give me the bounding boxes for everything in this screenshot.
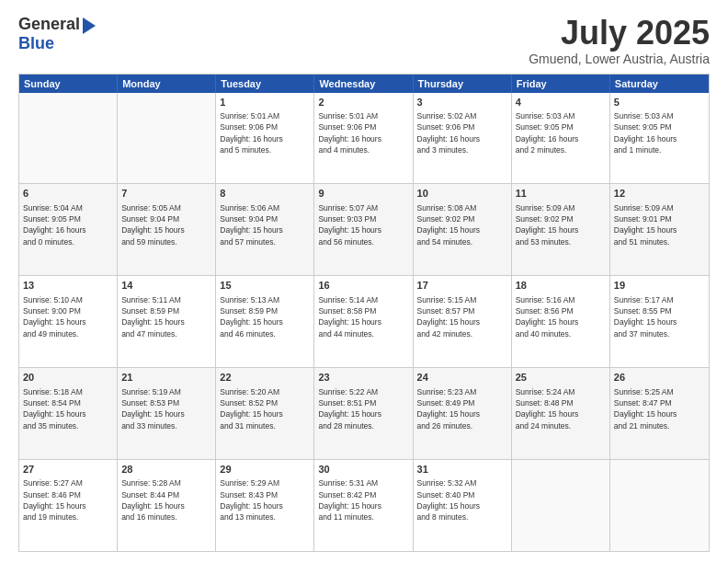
day-info: Sunrise: 5:02 AMSunset: 9:06 PMDaylight:… [417, 110, 507, 155]
day-number: 7 [121, 187, 211, 201]
calendar-row-0: 1Sunrise: 5:01 AMSunset: 9:06 PMDaylight… [19, 93, 709, 184]
day-number: 28 [121, 463, 211, 477]
day-info: Sunrise: 5:16 AMSunset: 8:56 PMDaylight:… [516, 294, 606, 339]
day-number: 25 [516, 371, 606, 385]
day-info: Sunrise: 5:29 AMSunset: 8:43 PMDaylight:… [220, 477, 310, 523]
day-number: 24 [417, 371, 507, 385]
day-number: 17 [417, 279, 507, 293]
day-info: Sunrise: 5:08 AMSunset: 9:02 PMDaylight:… [417, 202, 507, 247]
calendar-body: 1Sunrise: 5:01 AMSunset: 9:06 PMDaylight… [19, 93, 709, 551]
day-number: 21 [121, 371, 211, 385]
day-number: 31 [417, 463, 507, 477]
day-info: Sunrise: 5:09 AMSunset: 9:02 PMDaylight:… [516, 202, 606, 247]
calendar-cell-4-2: 29Sunrise: 5:29 AMSunset: 8:43 PMDayligh… [216, 460, 314, 551]
logo-line1: General [18, 15, 96, 34]
day-info: Sunrise: 5:10 AMSunset: 9:00 PMDaylight:… [23, 294, 113, 339]
header-day-wednesday: Wednesday [314, 75, 413, 93]
day-info: Sunrise: 5:17 AMSunset: 8:55 PMDaylight:… [614, 294, 705, 339]
calendar-cell-0-6: 5Sunrise: 5:03 AMSunset: 9:05 PMDaylight… [610, 93, 709, 184]
calendar-cell-4-1: 28Sunrise: 5:28 AMSunset: 8:44 PMDayligh… [118, 460, 216, 551]
calendar-cell-0-5: 4Sunrise: 5:03 AMSunset: 9:05 PMDaylight… [512, 93, 610, 184]
day-number: 5 [614, 96, 705, 109]
day-number: 18 [516, 279, 606, 293]
calendar-cell-1-6: 12Sunrise: 5:09 AMSunset: 9:01 PMDayligh… [610, 184, 709, 275]
title-block: July 2025 Gmuend, Lower Austria, Austria [529, 15, 710, 66]
calendar-cell-3-4: 24Sunrise: 5:23 AMSunset: 8:49 PMDayligh… [414, 368, 512, 459]
calendar-cell-2-4: 17Sunrise: 5:15 AMSunset: 8:57 PMDayligh… [414, 276, 512, 367]
calendar-cell-1-3: 9Sunrise: 5:07 AMSunset: 9:03 PMDaylight… [314, 184, 413, 275]
day-number: 6 [23, 187, 113, 201]
day-number: 1 [220, 96, 310, 109]
calendar-cell-3-5: 25Sunrise: 5:24 AMSunset: 8:48 PMDayligh… [512, 368, 610, 459]
day-info: Sunrise: 5:20 AMSunset: 8:52 PMDaylight:… [220, 386, 310, 431]
calendar-cell-4-4: 31Sunrise: 5:32 AMSunset: 8:40 PMDayligh… [414, 460, 512, 551]
day-info: Sunrise: 5:22 AMSunset: 8:51 PMDaylight:… [318, 386, 408, 431]
day-info: Sunrise: 5:15 AMSunset: 8:57 PMDaylight:… [417, 294, 507, 339]
calendar-cell-0-0 [19, 93, 118, 184]
calendar-cell-1-1: 7Sunrise: 5:05 AMSunset: 9:04 PMDaylight… [118, 184, 216, 275]
calendar-cell-0-1 [118, 93, 216, 184]
day-info: Sunrise: 5:03 AMSunset: 9:05 PMDaylight:… [516, 110, 606, 155]
day-info: Sunrise: 5:03 AMSunset: 9:05 PMDaylight:… [614, 110, 705, 155]
calendar-cell-3-1: 21Sunrise: 5:19 AMSunset: 8:53 PMDayligh… [118, 368, 216, 459]
day-number: 9 [318, 187, 408, 201]
day-info: Sunrise: 5:18 AMSunset: 8:54 PMDaylight:… [23, 386, 113, 431]
calendar-cell-1-2: 8Sunrise: 5:06 AMSunset: 9:04 PMDaylight… [216, 184, 314, 275]
day-info: Sunrise: 5:23 AMSunset: 8:49 PMDaylight:… [417, 386, 507, 431]
day-info: Sunrise: 5:11 AMSunset: 8:59 PMDaylight:… [121, 294, 211, 339]
day-number: 13 [23, 279, 113, 293]
calendar-cell-1-5: 11Sunrise: 5:09 AMSunset: 9:02 PMDayligh… [512, 184, 610, 275]
header-day-tuesday: Tuesday [216, 75, 314, 93]
day-info: Sunrise: 5:01 AMSunset: 9:06 PMDaylight:… [220, 110, 310, 155]
day-info: Sunrise: 5:07 AMSunset: 9:03 PMDaylight:… [318, 202, 408, 247]
day-number: 14 [121, 279, 211, 293]
header-day-thursday: Thursday [414, 75, 512, 93]
logo-line2: Blue [18, 34, 54, 53]
day-info: Sunrise: 5:31 AMSunset: 8:42 PMDaylight:… [318, 477, 408, 523]
calendar-cell-3-2: 22Sunrise: 5:20 AMSunset: 8:52 PMDayligh… [216, 368, 314, 459]
header-day-friday: Friday [512, 75, 610, 93]
day-number: 30 [318, 463, 408, 477]
header-day-monday: Monday [118, 75, 216, 93]
calendar-row-1: 6Sunrise: 5:04 AMSunset: 9:05 PMDaylight… [19, 183, 709, 275]
calendar-cell-1-4: 10Sunrise: 5:08 AMSunset: 9:02 PMDayligh… [414, 184, 512, 275]
page: General Blue July 2025 Gmuend, Lower Aus… [0, 0, 728, 563]
calendar-cell-4-3: 30Sunrise: 5:31 AMSunset: 8:42 PMDayligh… [314, 460, 413, 551]
calendar-cell-0-3: 2Sunrise: 5:01 AMSunset: 9:06 PMDaylight… [314, 93, 413, 184]
header-day-saturday: Saturday [610, 75, 709, 93]
calendar-cell-2-3: 16Sunrise: 5:14 AMSunset: 8:58 PMDayligh… [314, 276, 413, 367]
title-month: July 2025 [529, 15, 710, 52]
day-number: 3 [417, 96, 507, 109]
calendar-cell-3-6: 26Sunrise: 5:25 AMSunset: 8:47 PMDayligh… [610, 368, 709, 459]
day-number: 10 [417, 187, 507, 201]
calendar-cell-0-4: 3Sunrise: 5:02 AMSunset: 9:06 PMDaylight… [414, 93, 512, 184]
calendar-cell-2-6: 19Sunrise: 5:17 AMSunset: 8:55 PMDayligh… [610, 276, 709, 367]
day-info: Sunrise: 5:19 AMSunset: 8:53 PMDaylight:… [121, 386, 211, 431]
calendar-cell-4-6 [610, 460, 709, 551]
logo-general: General [18, 15, 80, 34]
day-number: 19 [614, 279, 705, 293]
calendar-cell-3-3: 23Sunrise: 5:22 AMSunset: 8:51 PMDayligh… [314, 368, 413, 459]
calendar-cell-2-2: 15Sunrise: 5:13 AMSunset: 8:59 PMDayligh… [216, 276, 314, 367]
day-info: Sunrise: 5:25 AMSunset: 8:47 PMDaylight:… [614, 386, 705, 431]
logo: General Blue [18, 15, 96, 53]
logo-arrow-icon [83, 17, 96, 34]
day-number: 22 [220, 371, 310, 385]
day-number: 15 [220, 279, 310, 293]
day-number: 2 [318, 96, 408, 109]
calendar-row-2: 13Sunrise: 5:10 AMSunset: 9:00 PMDayligh… [19, 275, 709, 367]
day-info: Sunrise: 5:28 AMSunset: 8:44 PMDaylight:… [121, 477, 211, 523]
calendar-row-3: 20Sunrise: 5:18 AMSunset: 8:54 PMDayligh… [19, 367, 709, 459]
calendar-header: SundayMondayTuesdayWednesdayThursdayFrid… [19, 75, 709, 93]
day-number: 16 [318, 279, 408, 293]
calendar-cell-3-0: 20Sunrise: 5:18 AMSunset: 8:54 PMDayligh… [19, 368, 118, 459]
calendar-cell-2-1: 14Sunrise: 5:11 AMSunset: 8:59 PMDayligh… [118, 276, 216, 367]
logo-blue: Blue [18, 34, 54, 52]
day-info: Sunrise: 5:14 AMSunset: 8:58 PMDaylight:… [318, 294, 408, 339]
calendar-cell-4-0: 27Sunrise: 5:27 AMSunset: 8:46 PMDayligh… [19, 460, 118, 551]
day-info: Sunrise: 5:27 AMSunset: 8:46 PMDaylight:… [23, 477, 113, 523]
day-info: Sunrise: 5:13 AMSunset: 8:59 PMDaylight:… [220, 294, 310, 339]
day-number: 29 [220, 463, 310, 477]
calendar-cell-0-2: 1Sunrise: 5:01 AMSunset: 9:06 PMDaylight… [216, 93, 314, 184]
day-number: 12 [614, 187, 705, 201]
